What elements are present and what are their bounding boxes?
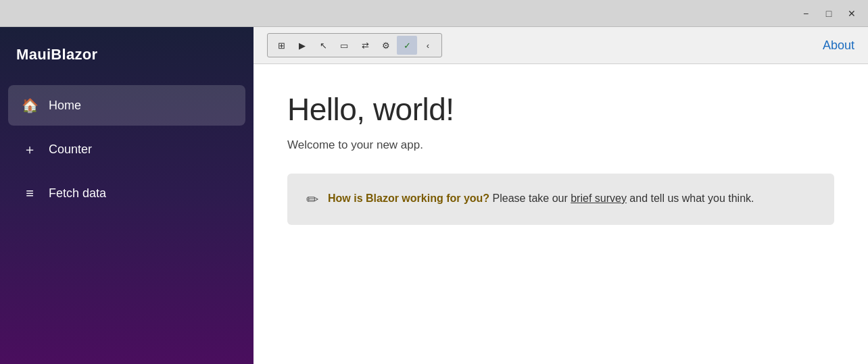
survey-content: ✏ How is Blazor working for you? Please …: [306, 190, 815, 209]
tool-button-3[interactable]: ↖: [313, 36, 333, 55]
toolbar-tools: ⊞ ▶ ↖ ▭ ⇄ ⚙ ✓ ‹: [267, 33, 442, 57]
survey-link[interactable]: brief survey: [571, 192, 627, 204]
sidebar-nav: 🏠 Home ＋ Counter ≡ Fetch data: [0, 80, 254, 219]
sidebar-item-fetch-data[interactable]: ≡ Fetch data: [8, 174, 245, 213]
tool-button-2[interactable]: ▶: [292, 36, 312, 55]
window-controls: − □ ✕: [795, 4, 863, 23]
tool-button-6[interactable]: ⚙: [376, 36, 396, 55]
sidebar-item-home[interactable]: 🏠 Home: [8, 85, 245, 126]
home-icon: 🏠: [22, 97, 38, 113]
toolbar: ⊞ ▶ ↖ ▭ ⇄ ⚙ ✓ ‹ About: [254, 27, 868, 64]
about-link[interactable]: About: [823, 38, 854, 53]
tool-button-4[interactable]: ▭: [334, 36, 354, 55]
sidebar-item-counter-label: Counter: [49, 142, 92, 157]
page-title: Hello, world!: [287, 91, 834, 128]
sidebar: MauiBlazor 🏠 Home ＋ Counter ≡ Fetch data: [0, 27, 254, 364]
survey-text-before: Please take our: [493, 192, 571, 204]
tool-button-7[interactable]: ✓: [397, 36, 417, 55]
tool-button-1[interactable]: ⊞: [271, 36, 291, 55]
pencil-icon: ✏: [306, 191, 318, 209]
table-icon: ≡: [22, 186, 38, 201]
sidebar-item-fetch-data-label: Fetch data: [49, 186, 106, 201]
app-container: MauiBlazor 🏠 Home ＋ Counter ≡ Fetch data…: [0, 27, 868, 364]
page-body: Hello, world! Welcome to your new app. ✏…: [254, 64, 868, 364]
app-title: MauiBlazor: [0, 27, 254, 80]
main-content: ⊞ ▶ ↖ ▭ ⇄ ⚙ ✓ ‹ About Hello, world! Welc…: [254, 27, 868, 364]
maximize-button[interactable]: □: [818, 4, 840, 23]
plus-icon: ＋: [22, 140, 38, 159]
page-subtitle: Welcome to your new app.: [287, 138, 834, 152]
survey-bold-text: How is Blazor working for you?: [328, 192, 489, 204]
survey-text: How is Blazor working for you? Please ta…: [328, 190, 754, 207]
close-button[interactable]: ✕: [841, 4, 863, 23]
tool-button-5[interactable]: ⇄: [355, 36, 375, 55]
sidebar-item-counter[interactable]: ＋ Counter: [8, 128, 245, 171]
title-bar: − □ ✕: [0, 0, 868, 27]
sidebar-item-home-label: Home: [49, 99, 81, 113]
survey-text-after: and tell us what you think.: [629, 192, 754, 204]
survey-box: ✏ How is Blazor working for you? Please …: [287, 174, 834, 225]
minimize-button[interactable]: −: [795, 4, 817, 23]
tool-button-8[interactable]: ‹: [418, 36, 438, 55]
